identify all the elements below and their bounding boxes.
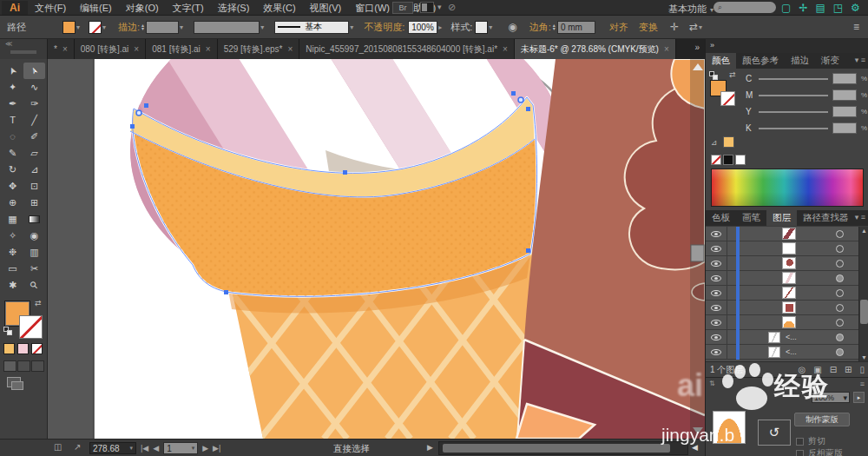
slice-tool[interactable]: ✂ (23, 261, 45, 277)
width-tool[interactable]: ✥ (2, 178, 23, 195)
opacity-label[interactable]: 不透明度: (364, 21, 404, 34)
blend-tool[interactable]: ◉ (23, 228, 45, 244)
constrain-icon[interactable]: ⇄ (689, 21, 698, 33)
screen-mode-button[interactable] (7, 377, 21, 387)
target-circle-icon[interactable] (836, 260, 844, 268)
channel-slider[interactable] (759, 111, 828, 113)
target-circle-icon[interactable] (836, 304, 844, 312)
collapse-icon[interactable]: ≪ (5, 40, 12, 48)
first-artboard-icon[interactable]: |◀ (141, 444, 148, 453)
chevron-down-icon[interactable]: ▾ (76, 23, 80, 31)
color-spectrum[interactable] (711, 169, 864, 207)
panel-menu-icon[interactable]: ▾ ≡ (855, 210, 868, 226)
selection-tool[interactable]: ➤ (2, 63, 23, 79)
color-tab-2[interactable]: 描边 (785, 53, 815, 69)
chevron-down-icon[interactable]: ▾ (699, 23, 702, 31)
stroke-color-swatch[interactable] (89, 21, 102, 34)
save-icon[interactable]: ▤ (815, 1, 825, 15)
artboard-nav-icon[interactable]: ◫ (54, 442, 62, 452)
layer-row-3[interactable] (706, 271, 858, 286)
invert-mask-checkbox[interactable]: 反相蒙版 (796, 447, 843, 456)
opacity-field[interactable]: 100% (408, 21, 437, 34)
new-layer-icon[interactable]: ⊞ (845, 365, 852, 374)
arrange-documents-icon[interactable] (420, 2, 434, 13)
lasso-tool[interactable]: ∿ (23, 79, 45, 96)
layer-row-4[interactable] (706, 286, 858, 301)
target-circle-icon[interactable] (836, 319, 844, 327)
eyedropper-tool[interactable]: ✧ (2, 228, 23, 244)
last-artboard-icon[interactable]: ▶| (213, 444, 220, 453)
target-circle-icon[interactable] (836, 289, 844, 297)
align-to-icon[interactable]: ✛ (670, 21, 679, 33)
chevron-down-icon[interactable]: ▾ (350, 23, 353, 31)
canvas-area[interactable] (48, 59, 705, 439)
gradient-mode-swatch[interactable] (17, 343, 29, 354)
color-mode-swatch[interactable] (3, 343, 15, 354)
visibility-eye-icon[interactable] (711, 334, 721, 340)
mask-thumbnail[interactable]: ↺ (758, 420, 791, 446)
layer-row-7[interactable]: <... (706, 330, 858, 345)
layer-thumbnail[interactable] (782, 301, 796, 314)
black-chip[interactable] (723, 155, 733, 165)
panel-menu-icon[interactable]: ≡ (860, 380, 865, 388)
channel-value-field[interactable] (832, 89, 857, 101)
layer-thumbnail[interactable] (782, 242, 796, 254)
target-circle-icon[interactable] (836, 230, 844, 238)
layer-thumbnail[interactable] (782, 287, 796, 299)
color-tab-3[interactable]: 渐变 (815, 53, 845, 69)
layer-thumbnail[interactable] (782, 228, 796, 240)
menu-item-0[interactable]: 文件(F) (35, 2, 66, 15)
symbol-sprayer-tool[interactable]: ❉ (2, 244, 23, 261)
menu-item-5[interactable]: 效果(C) (263, 2, 295, 15)
close-icon[interactable]: × (503, 44, 508, 54)
corner-field[interactable]: 0 mm (557, 21, 595, 34)
shape-builder-tool[interactable]: ⊕ (2, 195, 23, 211)
stroke-swatch-none[interactable] (19, 315, 43, 339)
fullscreen-icon[interactable]: ✢ (799, 1, 807, 15)
out-of-gamut-icon[interactable]: ⊿ (711, 138, 718, 147)
swap-fill-stroke-icon[interactable]: ⇄ (35, 299, 42, 307)
rotate-tool[interactable]: ↻ (2, 162, 23, 178)
bridge-button[interactable]: Br (392, 2, 413, 14)
close-icon[interactable]: × (664, 44, 669, 54)
scroll-up-icon[interactable]: ▲ (861, 228, 867, 234)
panel2-tab-2[interactable]: 图层 (766, 210, 797, 226)
visibility-eye-icon[interactable] (711, 305, 721, 311)
graph-tool[interactable]: ▥ (23, 244, 45, 261)
zoom-level-field[interactable]: 278.68▾ (89, 442, 136, 454)
next-artboard-icon[interactable]: ▶ (202, 444, 208, 453)
prev-artboard-icon[interactable]: ◀ (153, 444, 159, 453)
direct-selection-tool[interactable]: ➢ (23, 63, 45, 79)
channel-slider[interactable] (759, 128, 828, 129)
close-icon[interactable]: × (62, 44, 68, 54)
eraser-tool[interactable]: ▱ (23, 145, 45, 162)
document-tab-0[interactable]: *× (48, 39, 75, 59)
paintbrush-tool[interactable]: ✐ (23, 129, 45, 145)
panel-menu-icon[interactable]: ▾ ≡ (855, 53, 868, 69)
chevron-down-icon[interactable]: ▾ (102, 23, 106, 31)
locate-icon[interactable]: ◎ (799, 365, 806, 374)
layer-row-2[interactable] (706, 256, 858, 271)
target-circle-icon[interactable] (836, 245, 844, 253)
panel-menu-icon[interactable]: ≡ (853, 21, 859, 33)
draw-behind-button[interactable] (17, 360, 30, 372)
free-transform-tool[interactable]: ⊡ (23, 178, 45, 195)
artboard-tool[interactable]: ▭ (2, 261, 23, 277)
tab-overflow-icon[interactable]: » (694, 39, 705, 59)
align-button[interactable]: 对齐 (609, 21, 628, 34)
clip-checkbox[interactable]: 剪切 (796, 435, 825, 447)
document-tab-3[interactable]: 529 [转换].eps*× (218, 39, 300, 59)
brush-definition[interactable]: 基本 (274, 21, 349, 34)
document-tab-2[interactable]: 081 [转换].ai× (146, 39, 217, 59)
delete-icon[interactable]: ▯ (859, 365, 865, 374)
target-circle-icon[interactable] (836, 348, 844, 356)
layer-row-1[interactable] (706, 241, 858, 256)
pencil-tool[interactable]: ✎ (2, 145, 23, 162)
hand-tool[interactable]: ✱ (2, 277, 23, 294)
visibility-eye-icon[interactable] (711, 246, 721, 252)
zoom-tool[interactable]: ⚲ (23, 277, 45, 294)
target-circle-icon[interactable] (836, 334, 844, 341)
opacity-more-button[interactable]: ▸ (853, 392, 865, 403)
channel-slider[interactable] (759, 78, 828, 80)
transform-button[interactable]: 变换 (639, 21, 658, 34)
